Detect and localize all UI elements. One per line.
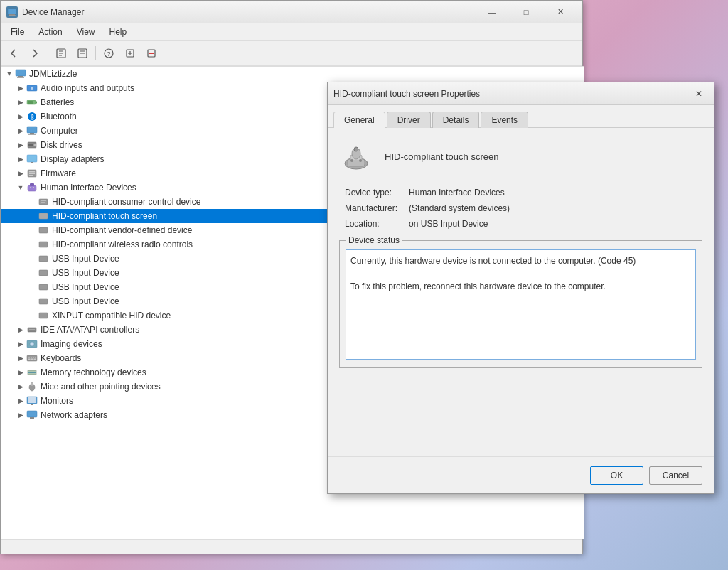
- imaging-expand: ▶: [15, 338, 26, 350]
- svg-rect-29: [28, 144, 33, 146]
- svg-rect-31: [31, 162, 33, 163]
- disk-expand-icon: ▶: [15, 139, 26, 151]
- svg-rect-73: [28, 419, 36, 419]
- device-header: HID-compliant touch screen: [339, 139, 702, 173]
- menu-bar: File Action View Help: [1, 23, 582, 41]
- display-expand-icon: ▶: [15, 154, 26, 165]
- svg-rect-58: [33, 357, 34, 358]
- toolbar-update-driver[interactable]: [73, 43, 92, 63]
- svg-rect-69: [28, 397, 36, 403]
- svg-rect-57: [31, 357, 32, 358]
- disk-label: Disk drives: [41, 140, 82, 150]
- batteries-expand-icon: ▶: [15, 97, 26, 108]
- monitors-expand: ▶: [15, 395, 26, 407]
- dialog-content: HID-compliant touch screen Device type: …: [328, 128, 714, 380]
- toolbar-uninstall[interactable]: [141, 43, 161, 63]
- device-status-group: Device status: [339, 240, 702, 368]
- svg-rect-26: [28, 134, 36, 135]
- toolbar-scan[interactable]: [120, 43, 140, 63]
- ide-icon: [26, 324, 38, 335]
- minimize-button[interactable]: —: [476, 3, 508, 21]
- menu-help[interactable]: Help: [102, 26, 134, 38]
- svg-point-78: [354, 147, 358, 151]
- cancel-button[interactable]: Cancel: [649, 466, 702, 485]
- dialog-footer: OK Cancel: [328, 456, 714, 493]
- toolbar-properties[interactable]: [51, 43, 71, 63]
- toolbar-back[interactable]: [4, 43, 23, 63]
- device-type-value: Human Interface Devices: [409, 188, 702, 198]
- svg-text:?: ?: [107, 50, 110, 58]
- title-bar: Device Manager — □ ✕: [1, 1, 582, 23]
- menu-action[interactable]: Action: [31, 26, 69, 38]
- window-controls: — □ ✕: [476, 3, 577, 21]
- svg-rect-50: [39, 313, 48, 318]
- ide-label: IDE ATA/ATAPI controllers: [41, 325, 139, 335]
- tab-driver[interactable]: Driver: [387, 112, 431, 128]
- usb2-label: USB Input Device: [52, 268, 119, 278]
- device-type-label: Device type:: [345, 188, 397, 198]
- memory-label: Memory technology devices: [41, 367, 146, 377]
- svg-rect-71: [27, 411, 37, 417]
- bluetooth-label: Bluetooth: [41, 112, 77, 122]
- xinput-icon: [38, 310, 49, 321]
- hid-icon: [26, 182, 38, 193]
- svg-rect-55: [27, 355, 37, 361]
- root-expand-icon: ▼: [4, 68, 15, 80]
- properties-grid: Device type: Human Interface Devices Man…: [339, 188, 702, 229]
- svg-rect-16: [17, 77, 24, 78]
- network-icon: [26, 409, 38, 421]
- tree-root[interactable]: ▼ JDMLiztizzle: [1, 67, 584, 81]
- audio-label: Audio inputs and outputs: [41, 83, 134, 93]
- audio-expand-icon: ▶: [15, 82, 26, 94]
- svg-rect-70: [31, 404, 33, 405]
- device-status-text[interactable]: [346, 249, 696, 360]
- mice-label: Mice and other pointing devices: [41, 382, 161, 392]
- svg-rect-44: [39, 227, 48, 233]
- xinput-label: XINPUT compatible HID device: [52, 311, 171, 321]
- tabs-container: General Driver Details Events: [328, 105, 714, 128]
- svg-rect-60: [28, 359, 30, 360]
- device-icon-large: [339, 139, 373, 173]
- svg-point-79: [359, 159, 362, 162]
- display-label: Display adapters: [41, 154, 104, 164]
- svg-text:ᛒ: ᛒ: [31, 114, 34, 121]
- tab-general[interactable]: General: [333, 112, 385, 128]
- tab-details[interactable]: Details: [432, 112, 480, 128]
- svg-rect-24: [27, 127, 37, 133]
- hid-consumer-icon: ▶: [26, 196, 38, 208]
- svg-point-39: [33, 187, 34, 188]
- maximize-button[interactable]: □: [510, 3, 542, 21]
- monitors-icon: [26, 395, 38, 407]
- menu-view[interactable]: View: [70, 26, 102, 38]
- svg-rect-56: [28, 357, 30, 358]
- hid-touch-icon: [38, 210, 49, 222]
- manufacturer-value: (Standard system devices): [409, 203, 702, 213]
- toolbar-help[interactable]: ?: [99, 43, 119, 63]
- location-label: Location:: [345, 219, 397, 229]
- dialog-title: HID-compliant touch screen Properties: [333, 89, 690, 99]
- svg-rect-34: [29, 173, 35, 175]
- svg-rect-36: [28, 185, 36, 191]
- toolbar-forward[interactable]: [25, 43, 45, 63]
- hid-touch-expand: ▶: [26, 210, 38, 222]
- svg-rect-2: [9, 15, 16, 16]
- svg-point-18: [31, 87, 33, 90]
- svg-rect-25: [30, 133, 34, 134]
- usb4-icon: [38, 296, 49, 307]
- hid-consumer-label: HID-compliant consumer control device: [52, 197, 200, 207]
- window-title: Device Manager: [22, 7, 476, 17]
- hid-label: Human Interface Devices: [41, 183, 136, 193]
- usb2-icon: [38, 267, 49, 279]
- svg-point-28: [34, 144, 36, 146]
- close-button[interactable]: ✕: [544, 3, 577, 21]
- toolbar-separator-1: [48, 46, 48, 60]
- status-bar: [1, 539, 582, 554]
- mice-icon: [26, 381, 38, 392]
- menu-file[interactable]: File: [4, 26, 31, 38]
- keyboards-icon: [26, 353, 38, 364]
- dialog-close-button[interactable]: ✕: [690, 85, 708, 102]
- ok-button[interactable]: OK: [590, 466, 643, 485]
- svg-point-38: [30, 187, 31, 188]
- tab-events[interactable]: Events: [481, 112, 528, 128]
- ide-expand: ▶: [15, 324, 26, 335]
